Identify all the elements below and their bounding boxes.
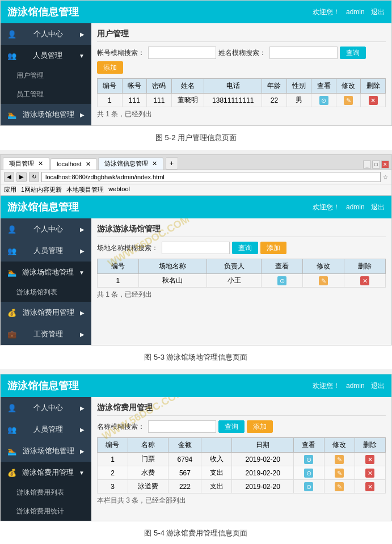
search-input1-1[interactable] (148, 47, 216, 59)
td-delete[interactable]: ✕ (361, 94, 386, 107)
view-icon[interactable]: ⊙ (304, 482, 313, 491)
search-bar-1: 帐号模糊搜索： 姓名模糊搜索： 查询 添加 (97, 47, 386, 74)
section1-wrapper: 游泳馆信息管理 欢迎您！ admin 退出 👤 个人中心 ▶ 👥 人员管理 ▼ (0, 0, 392, 150)
edit-icon[interactable]: ✎ (335, 469, 344, 478)
logout-btn-1[interactable]: 退出 (371, 8, 385, 16)
th-manager-2: 负责人 (206, 259, 261, 274)
th-phone-1: 电话 (204, 79, 262, 94)
sidebar-sub-employee-1[interactable]: 员工管理 (1, 85, 91, 104)
td-gender: 男 (286, 94, 311, 107)
add-btn-3[interactable]: 添加 (247, 420, 273, 433)
sidebar-item-personal-3[interactable]: 👤 个人中心 ▶ (1, 397, 91, 419)
sidebar-item-venue-1[interactable]: 🏊 游泳场馆地管理 ▶ (1, 104, 91, 125)
delete-icon[interactable]: ✕ (360, 276, 369, 285)
edit-icon[interactable]: ✎ (335, 455, 344, 464)
close-btn[interactable]: ✕ (381, 161, 389, 168)
delete-icon[interactable]: ✕ (365, 455, 374, 464)
app-body-2: 👤 个人中心 ▶ 👥 人员管理 ▶ 🏊 游泳场馆地管理 ▼ 游泳场馆列表 (1, 218, 391, 345)
sidebar-item-salary-2[interactable]: 💼 工资管理 ▶ (1, 323, 91, 345)
view-icon[interactable]: ⊙ (304, 469, 313, 478)
bm-2[interactable]: 本地项目管理 (66, 185, 104, 194)
sidebar-sub-venuelst-2[interactable]: 游泳场馆列表 (1, 283, 91, 302)
table-row: 1 秋名山 小王 ⊙ ✎ ✕ (98, 274, 386, 288)
sidebar-sub-feelist-3[interactable]: 游泳馆费用列表 (1, 483, 91, 502)
search-input1-3[interactable] (148, 420, 216, 433)
minimize-btn[interactable]: _ (363, 161, 371, 168)
view-icon[interactable]: ⊙ (277, 276, 286, 285)
sidebar-sub-feestats-3[interactable]: 游泳馆费用统计 (1, 502, 91, 521)
view-icon[interactable]: ⊙ (319, 96, 328, 105)
td-edit[interactable]: ✎ (336, 94, 361, 107)
browser-tab-0[interactable]: 项目管理 ✕ (3, 157, 49, 170)
search-input1-2[interactable] (162, 242, 230, 254)
delete-icon[interactable]: ✕ (365, 482, 374, 491)
search-btn-2[interactable]: 查询 (232, 242, 258, 254)
sidebar-sub-1: 用户管理 员工管理 (1, 66, 91, 104)
delete-icon[interactable]: ✕ (365, 469, 374, 478)
staff-label-1: 人员管理 (33, 50, 62, 61)
sidebar-item-personal-2[interactable]: 👤 个人中心 ▶ (1, 218, 91, 240)
edit-icon[interactable]: ✎ (319, 276, 328, 285)
fee-icon-3: 💰 (7, 469, 16, 477)
sidebar-item-staff-3[interactable]: 👥 人员管理 ▶ (1, 419, 91, 440)
view-icon[interactable]: ⊙ (304, 455, 313, 464)
th-edit-1: 修改 (336, 79, 361, 94)
delete-icon[interactable]: ✕ (369, 96, 378, 105)
bm-1[interactable]: 1网站内容更新 (21, 185, 62, 194)
logout-btn-3[interactable]: 退出 (371, 382, 385, 390)
window-controls: _ □ ✕ (363, 161, 389, 168)
user-area-3: 欢迎您！ admin 退出 (308, 381, 385, 391)
username-2[interactable]: admin (346, 203, 365, 211)
sidebar-item-venue-2[interactable]: 🏊 游泳场馆地管理 ▼ (1, 262, 91, 283)
sidebar-item-fee-3[interactable]: 💰 游泳馆费用管理 ▼ (1, 462, 91, 483)
th-del-1: 删除 (361, 79, 386, 94)
venue-label-2: 游泳场馆地管理 (22, 267, 74, 277)
username-1[interactable]: admin (346, 8, 365, 16)
refresh-btn[interactable]: ↻ (29, 172, 39, 182)
sidebar-sub-2: 游泳场馆列表 (1, 283, 91, 302)
staff-icon-1: 👥 (7, 52, 16, 60)
main-content-1: 用户管理 帐号模糊搜索： 姓名模糊搜索： 查询 添加 编号 帐号 密码 (91, 23, 391, 125)
fee-label-2: 游泳馆费用管理 (23, 307, 74, 318)
td-view[interactable]: ⊙ (311, 94, 336, 107)
sidebar-item-venue-3[interactable]: 🏊 游泳场馆地管理 ▶ (1, 440, 91, 462)
sidebar-item-personal-1[interactable]: 👤 个人中心 ▶ (1, 23, 91, 45)
username-3[interactable]: admin (346, 382, 365, 390)
browser-tab-2[interactable]: 游泳馆信息管理 ✕ (98, 157, 163, 170)
new-tab-btn[interactable]: + (166, 157, 178, 170)
star-icon[interactable]: ☆ (383, 174, 388, 180)
add-btn-2[interactable]: 添加 (260, 242, 286, 254)
add-btn-1[interactable]: 添加 (97, 61, 123, 74)
th-view-2: 查看 (262, 259, 303, 274)
th-gender-1: 性别 (286, 79, 311, 94)
bm-3[interactable]: webtool (108, 185, 130, 194)
venue-icon-3: 🏊 (7, 447, 16, 456)
td-pwd: 111 (147, 94, 172, 107)
edit-icon[interactable]: ✎ (335, 482, 344, 491)
sidebar-item-staff-1[interactable]: 👥 人员管理 ▼ (1, 45, 91, 66)
address-input[interactable]: localhost:8080/zdbgbhwk/admin/index.html (41, 172, 381, 182)
logout-btn-2[interactable]: 退出 (371, 203, 385, 211)
section2-wrapper: 项目管理 ✕ localhost ✕ 游泳馆信息管理 ✕ + _ □ ✕ ◀ ▶… (0, 154, 392, 369)
sidebar-item-staff-2[interactable]: 👥 人员管理 ▶ (1, 240, 91, 262)
sidebar-sub-user-1[interactable]: 用户管理 (1, 66, 91, 85)
th-age-1: 年龄 (262, 79, 287, 94)
td-account: 111 (122, 94, 147, 107)
browser-tab-1[interactable]: localhost ✕ (50, 158, 96, 170)
app-header-2: 游泳馆信息管理 欢迎您！ admin 退出 (1, 196, 391, 218)
salary-icon-2: 💼 (7, 330, 16, 339)
staff-icon-3: 👥 (7, 425, 16, 434)
search-btn-1[interactable]: 查询 (340, 47, 366, 59)
bm-apps[interactable]: 应用 (4, 185, 16, 194)
edit-icon[interactable]: ✎ (344, 96, 353, 105)
th-no-1: 编号 (98, 79, 123, 94)
sidebar-item-fee-2[interactable]: 💰 游泳馆费用管理 ▶ (1, 302, 91, 323)
maximize-btn[interactable]: □ (372, 161, 380, 168)
search-label1-2: 场地名称模糊搜索： (97, 243, 158, 253)
back-btn[interactable]: ◀ (4, 172, 14, 182)
table-row: 3 泳道费 222 支出 2019-02-20 ⊙ ✎ ✕ (98, 480, 386, 494)
app-frame-2: 项目管理 ✕ localhost ✕ 游泳馆信息管理 ✕ + _ □ ✕ ◀ ▶… (0, 154, 392, 345)
search-input2-1[interactable] (269, 47, 338, 59)
forward-btn[interactable]: ▶ (16, 172, 27, 182)
search-btn-3[interactable]: 查询 (218, 420, 245, 433)
